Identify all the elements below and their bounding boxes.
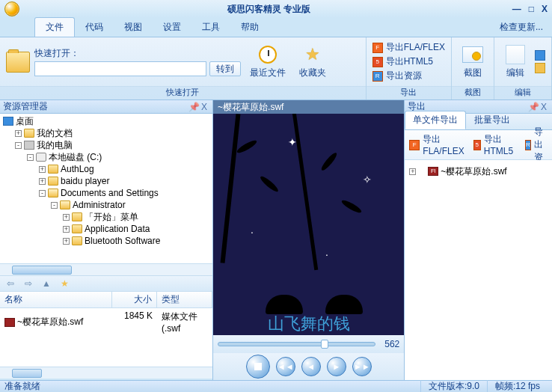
- tab-code[interactable]: 代码: [75, 18, 114, 37]
- col-size[interactable]: 大小: [112, 292, 157, 307]
- expander-icon[interactable]: +: [39, 178, 46, 185]
- status-bar: 准备就绪 文件版本:9.0 帧频:12 fps: [0, 380, 552, 392]
- recent-files-button[interactable]: 最近文件: [245, 43, 290, 81]
- goto-button[interactable]: 转到: [209, 61, 241, 76]
- player-controls: ◄◄ ◄ ► ►►: [213, 353, 404, 380]
- export-html5-item[interactable]: 5导出HTML5: [473, 133, 516, 156]
- tree-hscrollbar[interactable]: [0, 263, 212, 275]
- close-button[interactable]: X: [542, 4, 548, 14]
- export-html5-button[interactable]: 5导出HTML5: [372, 55, 445, 68]
- preview-subtitle: 山飞舞的钱: [213, 313, 404, 335]
- edit-icon: [506, 45, 525, 64]
- favorites-button[interactable]: ★ 收藏夹: [295, 43, 331, 81]
- resource-explorer-title: 资源管理器: [3, 100, 188, 113]
- tab-file[interactable]: 文件: [34, 17, 75, 37]
- prev-button[interactable]: ◄◄: [276, 357, 295, 376]
- tab-single-export[interactable]: 单文件导出: [405, 111, 466, 129]
- export-fla-item[interactable]: F导出 FLA/FLEX: [409, 133, 464, 156]
- desktop-icon: [3, 117, 13, 126]
- folder-tree[interactable]: 桌面 +我的文档 -我的电脑 -本地磁盘 (C:) +AuthL: [1, 115, 211, 247]
- export-resource-button[interactable]: R导出资源: [372, 70, 445, 82]
- expander-icon[interactable]: +: [63, 238, 70, 245]
- app-logo-icon: [4, 1, 19, 16]
- quickopen-input[interactable]: [34, 61, 206, 76]
- nav-back-icon[interactable]: ⇦: [4, 278, 16, 289]
- expander-icon[interactable]: +: [409, 168, 416, 175]
- scrollbar-thumb[interactable]: [12, 369, 42, 378]
- tab-tools[interactable]: 工具: [191, 18, 230, 37]
- tree-admin[interactable]: Administrator: [73, 199, 126, 211]
- tree-drive[interactable]: 本地磁盘 (C:): [49, 151, 102, 163]
- file-nav-toolbar: ⇦ ⇨ ▲ ★: [0, 275, 212, 292]
- expander-icon[interactable]: -: [39, 190, 46, 197]
- screenshot-button[interactable]: 截图: [458, 43, 488, 81]
- preview-panel: ~樱花草原始.swf ✦ ✧ · · 山飞舞的钱 562 ◄◄ ◄ ► ►►: [213, 100, 405, 380]
- nav-favorite-icon[interactable]: ★: [58, 278, 70, 289]
- status-fps: 帧频:12 fps: [487, 380, 548, 392]
- tree-item[interactable]: Application Data: [85, 223, 150, 235]
- expander-icon[interactable]: -: [15, 142, 22, 149]
- expander-icon[interactable]: +: [63, 226, 70, 233]
- seek-knob[interactable]: [321, 340, 328, 349]
- tree-item[interactable]: AuthLog: [61, 163, 94, 175]
- tree-mypc[interactable]: 我的电脑: [37, 139, 73, 151]
- next-button[interactable]: ►►: [352, 357, 372, 376]
- export-res-item[interactable]: R导出资: [525, 126, 548, 164]
- tree-mydocs[interactable]: 我的文档: [37, 127, 73, 139]
- folder-icon: [48, 165, 58, 174]
- tab-settings[interactable]: 设置: [153, 18, 191, 37]
- menu-bar: 文件 代码 视图 设置 工具 帮助 检查更新...: [0, 18, 552, 37]
- panel-pin-icon[interactable]: 📌: [188, 102, 199, 112]
- filelist-hscrollbar[interactable]: [0, 367, 212, 379]
- panel-close-icon[interactable]: X: [539, 102, 549, 112]
- fav-label: 收藏夹: [299, 67, 326, 79]
- export-tree[interactable]: + Fl~樱花草原始.swf: [405, 160, 552, 380]
- open-folder-icon[interactable]: [6, 52, 30, 73]
- html5-icon: 5: [473, 140, 481, 150]
- edit-small-icon[interactable]: [535, 63, 545, 73]
- tree-item[interactable]: baidu player: [61, 175, 109, 187]
- tree-item[interactable]: 「开始」菜单: [85, 211, 138, 223]
- maximize-button[interactable]: □: [529, 4, 534, 14]
- panel-pin-icon[interactable]: 📌: [528, 102, 539, 112]
- tree-desktop[interactable]: 桌面: [16, 115, 34, 127]
- check-update-link[interactable]: 检查更新...: [491, 18, 552, 37]
- stop-button[interactable]: [246, 355, 270, 379]
- quickopen-label: 快速打开：: [34, 47, 241, 60]
- export-fla-button[interactable]: F导出FLA/FLEX: [372, 41, 445, 54]
- col-name[interactable]: 名称: [0, 292, 112, 307]
- expander-icon[interactable]: -: [27, 154, 34, 161]
- file-size: 1845 K: [112, 310, 157, 334]
- clock-icon: [259, 46, 277, 64]
- export-panel: 导出 📌 X 单文件导出 批量导出 F导出 FLA/FLEX 5导出HTML5 …: [405, 100, 552, 380]
- expander-icon[interactable]: +: [63, 214, 70, 221]
- seek-bar[interactable]: [218, 342, 375, 346]
- export-file-name[interactable]: ~樱花草原始.swf: [441, 165, 506, 178]
- fla-icon: F: [409, 140, 420, 150]
- title-bar: 硕思闪客精灵 专业版 — □ X: [0, 0, 552, 18]
- tree-item[interactable]: Documents and Settings: [61, 187, 159, 199]
- status-ready: 准备就绪: [4, 380, 420, 392]
- nav-up-icon[interactable]: ▲: [40, 278, 52, 289]
- nav-forward-icon[interactable]: ⇨: [22, 278, 34, 289]
- edit-button[interactable]: 编辑: [500, 43, 530, 81]
- folder-icon: [48, 177, 58, 186]
- swf-icon: [4, 318, 15, 327]
- tree-item[interactable]: Bluetooth Software: [85, 235, 160, 247]
- step-fwd-button[interactable]: ►: [327, 357, 346, 376]
- star-icon: ★: [305, 45, 320, 64]
- step-back-button[interactable]: ◄: [301, 357, 321, 376]
- minimize-button[interactable]: —: [512, 4, 521, 14]
- tab-batch-export[interactable]: 批量导出: [466, 111, 518, 129]
- panel-close-icon[interactable]: X: [199, 102, 209, 112]
- col-type[interactable]: 类型: [157, 292, 212, 307]
- file-row[interactable]: ~樱花草原始.swf 1845 K 媒体文件(.swf: [0, 308, 212, 336]
- tab-help[interactable]: 帮助: [230, 18, 269, 37]
- expander-icon[interactable]: +: [39, 166, 46, 173]
- save-icon[interactable]: [535, 50, 545, 61]
- group-edit-label: 编辑: [494, 86, 551, 99]
- tab-view[interactable]: 视图: [114, 18, 153, 37]
- expander-icon[interactable]: +: [15, 130, 22, 137]
- expander-icon[interactable]: -: [51, 202, 58, 209]
- scrollbar-thumb[interactable]: [12, 266, 72, 275]
